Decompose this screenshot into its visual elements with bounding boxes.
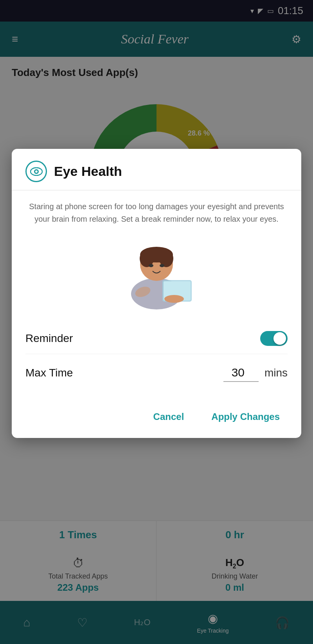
max-time-unit: mins bbox=[264, 367, 288, 379]
eye-health-modal: Eye Health Staring at phone screen for t… bbox=[12, 149, 301, 438]
svg-point-12 bbox=[160, 264, 164, 267]
illustration-container bbox=[25, 233, 288, 311]
reminder-setting-row: Reminder bbox=[25, 323, 288, 354]
eye-health-icon bbox=[30, 167, 43, 176]
cancel-button[interactable]: Cancel bbox=[146, 407, 192, 426]
max-time-row: Max Time mins bbox=[25, 354, 288, 392]
modal-footer: Cancel Apply Changes bbox=[12, 402, 301, 438]
svg-point-11 bbox=[149, 264, 153, 267]
max-time-label: Max Time bbox=[25, 367, 73, 379]
eye-health-icon-container bbox=[25, 161, 47, 182]
modal-overlay: Eye Health Staring at phone screen for t… bbox=[0, 0, 313, 644]
apply-changes-button[interactable]: Apply Changes bbox=[203, 407, 288, 426]
svg-point-3 bbox=[35, 170, 38, 173]
reminder-toggle[interactable] bbox=[260, 331, 288, 346]
max-time-input[interactable] bbox=[223, 364, 259, 382]
modal-body: Staring at phone screen for too long dam… bbox=[12, 190, 301, 402]
svg-point-15 bbox=[164, 295, 184, 303]
reminder-label: Reminder bbox=[25, 332, 73, 345]
modal-header: Eye Health bbox=[12, 149, 301, 190]
modal-title: Eye Health bbox=[54, 164, 122, 179]
modal-description: Staring at phone screen for too long dam… bbox=[25, 200, 288, 225]
max-time-input-group: mins bbox=[223, 364, 288, 382]
toggle-knob bbox=[273, 332, 286, 345]
person-reading-illustration bbox=[113, 233, 200, 311]
